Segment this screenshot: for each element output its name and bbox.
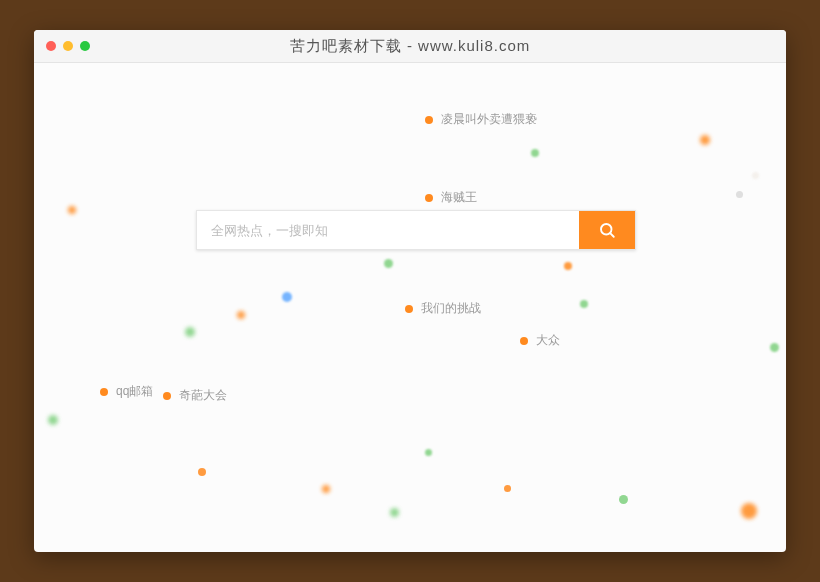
hot-tag[interactable]: 我们的挑战	[405, 300, 481, 317]
hot-tag-label: 凌晨叫外卖遭猥亵	[441, 111, 537, 128]
hot-tag-label: 奇葩大会	[179, 387, 227, 404]
floating-dot	[736, 191, 743, 198]
hot-tag[interactable]: 奇葩大会	[163, 387, 227, 404]
floating-dot	[564, 262, 572, 270]
floating-dot	[700, 135, 710, 145]
floating-dot	[425, 449, 432, 456]
floating-dot	[752, 172, 759, 179]
hot-tag[interactable]: 大众	[520, 332, 560, 349]
floating-dot	[198, 468, 206, 476]
dot-icon	[100, 388, 108, 396]
floating-dot	[68, 206, 76, 214]
floating-dot	[322, 485, 330, 493]
search-input[interactable]	[197, 211, 579, 249]
hot-tag[interactable]: 凌晨叫外卖遭猥亵	[425, 111, 537, 128]
window-title: 苦力吧素材下载 - www.kuli8.com	[34, 37, 786, 56]
titlebar: 苦力吧素材下载 - www.kuli8.com	[34, 30, 786, 63]
dot-icon	[163, 392, 171, 400]
floating-dot	[282, 292, 292, 302]
search-icon	[598, 221, 616, 239]
floating-dot	[237, 311, 245, 319]
floating-dot	[185, 327, 195, 337]
floating-dot	[48, 415, 58, 425]
dot-icon	[405, 305, 413, 313]
hot-tag[interactable]: qq邮箱	[100, 383, 153, 400]
browser-window: 苦力吧素材下载 - www.kuli8.com 凌晨叫外卖遭猥亵海贼王我们的挑战…	[34, 30, 786, 552]
search-button[interactable]	[579, 211, 635, 249]
floating-dot	[741, 503, 757, 519]
dot-icon	[425, 116, 433, 124]
floating-dot	[580, 300, 588, 308]
dot-icon	[425, 194, 433, 202]
floating-dot	[531, 149, 539, 157]
search-bar	[196, 210, 636, 250]
floating-dot	[384, 259, 393, 268]
hot-tag-label: qq邮箱	[116, 383, 153, 400]
floating-dot	[770, 343, 779, 352]
hot-tag-label: 海贼王	[441, 189, 477, 206]
floating-dot	[504, 485, 511, 492]
floating-dot	[390, 508, 399, 517]
hot-tag-label: 我们的挑战	[421, 300, 481, 317]
hot-tag-label: 大众	[536, 332, 560, 349]
content-area: 凌晨叫外卖遭猥亵海贼王我们的挑战大众qq邮箱奇葩大会	[34, 63, 786, 552]
svg-line-1	[610, 233, 614, 237]
floating-dot	[619, 495, 628, 504]
hot-tag[interactable]: 海贼王	[425, 189, 477, 206]
dot-icon	[520, 337, 528, 345]
